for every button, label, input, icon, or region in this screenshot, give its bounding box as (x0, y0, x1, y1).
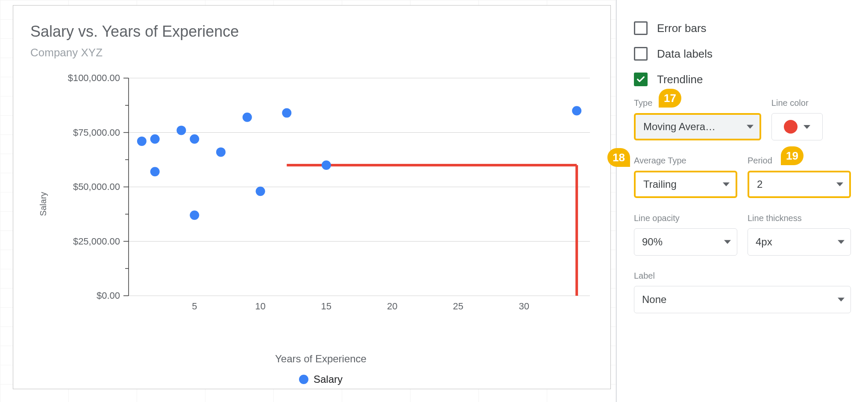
annotation-badge-19: 19 (781, 146, 803, 165)
line-opacity-select[interactable]: 90% (634, 228, 737, 256)
trendline-checkbox[interactable] (634, 73, 648, 86)
svg-point-37 (282, 108, 291, 118)
chart-title: Salary vs. Years of Experience (30, 23, 239, 41)
line-color-label: Line color (771, 98, 851, 108)
svg-point-35 (243, 113, 252, 122)
average-type-select[interactable]: Trailing (634, 171, 737, 198)
svg-text:$100,000.00: $100,000.00 (68, 74, 120, 83)
chart-editor-sidebar: Error bars Data labels Trendline 17 Type… (616, 0, 868, 402)
line-opacity-value: 90% (642, 236, 663, 248)
chevron-down-icon (838, 298, 845, 302)
error-bars-label: Error bars (657, 22, 707, 35)
average-type-label: Average Type (634, 156, 737, 166)
line-thickness-select[interactable]: 4px (748, 228, 851, 256)
chevron-down-icon (747, 125, 754, 129)
line-color-select[interactable] (771, 113, 823, 140)
error-bars-row[interactable]: Error bars (634, 21, 851, 35)
svg-point-30 (150, 167, 160, 176)
type-label: Type (634, 98, 761, 108)
x-axis-label: Years of Experience (275, 353, 367, 365)
chart-container[interactable]: Salary vs. Years of Experience Company X… (13, 5, 611, 389)
plot-area: Salary $0.00$25,000.00$50,000.00$75,000.… (43, 74, 598, 334)
annotation-badge-18: 18 (607, 148, 630, 167)
trendline-type-value: Moving Avera… (643, 121, 716, 133)
average-type-value: Trailing (643, 178, 677, 190)
line-thickness-value: 4px (756, 236, 772, 248)
svg-text:25: 25 (453, 301, 463, 312)
svg-point-32 (190, 134, 199, 144)
chart-subtitle: Company XYZ (30, 46, 103, 59)
chevron-down-icon (723, 183, 730, 186)
line-thickness-label: Line thickness (748, 213, 851, 223)
line-opacity-label: Line opacity (634, 213, 737, 223)
svg-text:$0.00: $0.00 (97, 290, 120, 301)
chevron-down-icon (803, 125, 810, 129)
svg-text:$25,000.00: $25,000.00 (73, 236, 120, 247)
svg-text:$75,000.00: $75,000.00 (73, 127, 120, 138)
svg-text:20: 20 (387, 301, 397, 312)
legend: Salary (299, 373, 343, 385)
legend-label: Salary (314, 373, 343, 385)
trendline-label-label: Label (634, 271, 851, 281)
trendline-label-select[interactable]: None (634, 286, 851, 313)
trendline-label: Trendline (657, 73, 703, 86)
chevron-down-icon (836, 183, 843, 186)
svg-point-33 (190, 210, 199, 220)
data-labels-row[interactable]: Data labels (634, 47, 851, 61)
svg-point-28 (137, 137, 147, 146)
chevron-down-icon (838, 240, 845, 244)
svg-point-38 (322, 160, 331, 170)
trendline-row[interactable]: Trendline (634, 73, 851, 86)
svg-point-34 (216, 147, 226, 157)
chart-svg: $0.00$25,000.00$50,000.00$75,000.00$100,… (43, 74, 598, 313)
svg-text:10: 10 (255, 301, 265, 312)
period-value: 2 (757, 178, 762, 190)
svg-point-31 (176, 125, 186, 135)
data-labels-label: Data labels (657, 47, 713, 61)
trendline-type-select[interactable]: Moving Avera… (634, 113, 761, 140)
chevron-down-icon (724, 240, 731, 244)
svg-point-36 (256, 186, 265, 196)
svg-point-39 (572, 106, 581, 116)
error-bars-checkbox[interactable] (634, 21, 648, 35)
svg-text:$50,000.00: $50,000.00 (73, 181, 120, 192)
trendline-label-value: None (642, 294, 666, 306)
period-select[interactable]: 2 (748, 171, 851, 198)
color-swatch-icon (784, 120, 798, 134)
legend-marker-icon (299, 375, 308, 384)
annotation-badge-17: 17 (659, 89, 681, 108)
svg-text:30: 30 (519, 301, 529, 312)
svg-text:15: 15 (321, 301, 331, 312)
svg-text:5: 5 (192, 301, 197, 312)
data-labels-checkbox[interactable] (634, 47, 648, 61)
svg-point-29 (150, 134, 160, 144)
